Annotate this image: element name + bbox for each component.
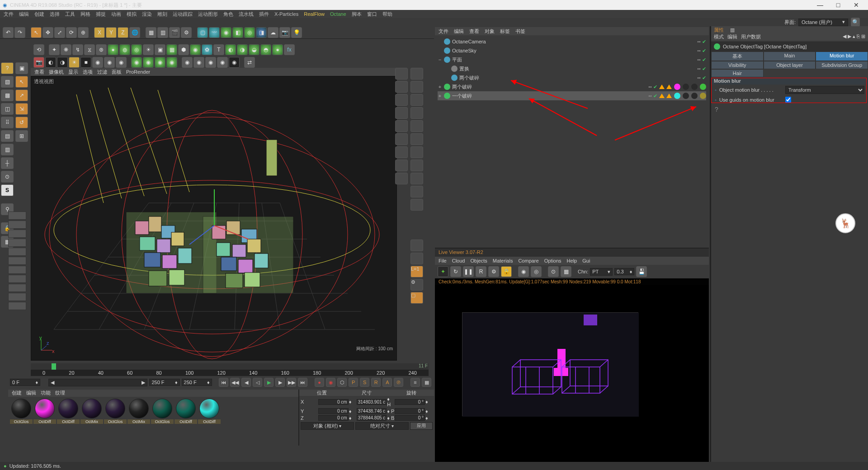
xp-icon-21[interactable]: ● [272,44,283,55]
xp-icon-14[interactable]: ◉ [190,44,201,55]
viewmenu-显示[interactable]: 显示 [68,69,78,75]
menu-捕捉[interactable]: 捕捉 [96,11,106,18]
material-7[interactable]: OctDiff [175,399,197,424]
viewmenu-选项[interactable]: 选项 [83,69,93,75]
key-interp[interactable]: ⬡ [337,378,347,387]
texture-mode[interactable]: ▩ [1,89,14,101]
key-a[interactable]: A [382,378,392,387]
material-8[interactable]: OctDiff [198,399,221,424]
lv-chn-select[interactable]: PT▾ [590,268,613,276]
attr-tab-Motion-blur[interactable]: Motion blur [816,52,868,61]
xp-icon-13[interactable]: ⬢ [178,44,189,55]
material-0[interactable]: OctGlos [10,399,33,424]
next-key[interactable]: ▶▶ [287,378,296,387]
rs1-7[interactable] [395,146,408,158]
close-button[interactable]: ✕ [847,1,865,9]
oct-mat-12[interactable]: ◉ [193,57,204,68]
objmgr-tab-编辑[interactable]: 编辑 [454,28,464,35]
lt2-5[interactable]: ↺ [15,117,28,128]
attr-mode-编辑[interactable]: 编辑 [727,33,737,41]
xp-icon-16[interactable]: T [213,44,224,55]
make-editable[interactable]: ▣ [15,62,28,74]
attr-tab-Subdivision-Group[interactable]: Subdivision Group [816,61,868,69]
material-3[interactable]: OctMix [80,399,103,424]
xp-icon-1[interactable]: ⟲ [33,44,44,55]
add-light[interactable]: 💡 [291,27,302,38]
lv-menu-Objects[interactable]: Objects [470,258,487,263]
lv-menu-Materials[interactable]: Materials [493,258,513,263]
xp-icon-19[interactable]: ◒ [249,44,259,55]
lv-focus-icon[interactable]: ⊙ [548,266,559,277]
material-4[interactable]: OctGlos [104,399,127,424]
palette-11[interactable] [8,302,26,310]
xp-icon-3[interactable]: ❋ [61,44,71,55]
rs1-8[interactable] [395,160,408,171]
goto-start[interactable]: ⏮ [219,378,228,387]
rs3-3[interactable]: L=1 [410,266,423,277]
attr-tab-label[interactable]: 属性 [714,27,724,33]
lt2-2[interactable]: ↖ [15,76,28,88]
key-s[interactable]: S [360,378,369,387]
lv-settings-icon[interactable]: ⚙ [488,266,499,277]
attr-mode-用户数据[interactable]: 用户数据 [741,33,761,41]
add-deformer[interactable]: ◨ [256,27,267,38]
viewmenu-面板[interactable]: 面板 [112,69,122,75]
model-mode[interactable]: ▧ [1,76,14,88]
object-tree[interactable]: OctaneCamera•• ✔OctaneSky•• ✔−平面•• ✔置换••… [435,35,709,102]
xp-icon-18[interactable]: ◑ [237,44,248,55]
lt2-6[interactable]: ⊞ [15,130,28,142]
y-axis-lock[interactable]: Y [106,27,117,38]
xp-icon-15[interactable]: ✿ [202,44,212,55]
rs1-2[interactable] [395,81,408,93]
start-frame[interactable]: 0 F♦ [10,379,40,386]
add-spline[interactable]: 〰 [209,27,220,38]
maximize-button[interactable]: □ [829,1,847,9]
xp-icon-4[interactable]: ↯ [72,44,83,55]
menu-网格[interactable]: 网格 [80,11,90,18]
rs1-4[interactable] [395,107,408,119]
menu-脚本[interactable]: 脚本 [352,11,362,18]
menu-流水线[interactable]: 流水线 [239,11,254,18]
mat-tab-编辑[interactable]: 编辑 [26,390,36,397]
rs2-4[interactable] [410,107,423,119]
tree-item[interactable]: 置换•• ✔ [438,64,706,73]
menu-插件[interactable]: 插件 [259,11,269,18]
goto-end[interactable]: ⏭ [298,378,307,387]
material-5[interactable]: OctMix [127,399,150,424]
material-2[interactable]: OctDiff [57,399,80,424]
prev-key[interactable]: ◀◀ [230,378,240,387]
menu-雕刻[interactable]: 雕刻 [157,11,167,18]
lv-refresh-icon[interactable]: ↻ [450,266,461,277]
oct-light-icon[interactable]: ☀ [69,57,80,68]
select-object-motion-blur[interactable]: Transform [785,86,864,94]
rs2-3[interactable] [410,94,423,106]
poly-mode[interactable]: ▥ [1,144,14,155]
add-nurbs[interactable]: ◉ [221,27,231,38]
search-icon[interactable]: 🔍 [851,18,860,27]
rs2-7[interactable] [410,146,423,158]
tree-item[interactable]: OctaneSky•• ✔ [438,46,706,55]
xp-icon-11[interactable]: ▣ [155,44,165,55]
rs1-3[interactable] [395,94,408,106]
chk-use-guids[interactable] [785,97,791,103]
palette-7[interactable] [8,266,26,274]
palette-3[interactable] [8,230,26,238]
rs2-2[interactable] [410,81,423,93]
menu-窗口[interactable]: 窗口 [367,11,377,18]
menu-角色[interactable]: 角色 [223,11,233,18]
oct-mat-14[interactable]: ◉ [217,57,228,68]
end-frame[interactable]: 250 F♦ [182,379,212,386]
viewmenu-过滤[interactable]: 过滤 [97,69,107,75]
move-tool[interactable]: ✥ [42,27,53,38]
oct-mat-13[interactable]: ◉ [205,57,216,68]
oct-mat-5[interactable]: ◉ [104,57,115,68]
menu-动画[interactable]: 动画 [111,11,121,18]
objmgr-tab-标签[interactable]: 标签 [500,28,510,35]
attr-tab-Visibility[interactable]: Visibility [711,61,764,69]
play-back[interactable]: ◁ [253,378,262,387]
rs2-8[interactable] [410,160,423,171]
lv-menu-File[interactable]: File [439,258,447,263]
lv-menu-Compare[interactable]: Compare [518,258,538,263]
menu-选择[interactable]: 选择 [50,11,60,18]
z-axis-lock[interactable]: Z [118,27,128,38]
